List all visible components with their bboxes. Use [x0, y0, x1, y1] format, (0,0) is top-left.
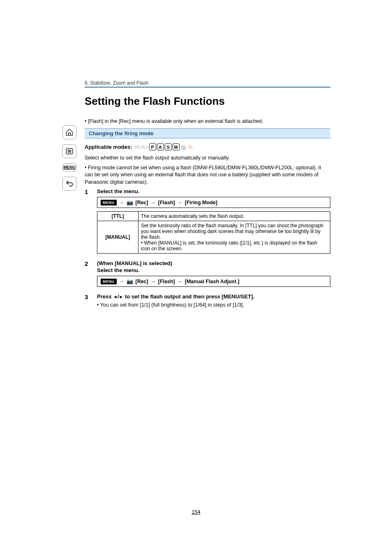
path-flash: [Flash] — [158, 200, 175, 205]
mode-movie-icon: 🎬 — [180, 144, 187, 150]
paragraph-2: • Firing mode cannot be set when using a… — [85, 164, 330, 186]
camera-icon: 📷 — [127, 278, 133, 284]
applicable-modes: Applicable modes: iA iA+ P A S M 🎬 🎨 — [85, 143, 330, 150]
step-number: 1 — [85, 188, 91, 257]
mode-ia-icon: iA — [135, 144, 140, 150]
path-rec: [Rec] — [136, 200, 148, 205]
options-table: [TTL] The camera automatically sets the … — [97, 211, 330, 254]
path-flash: [Flash] — [158, 279, 175, 284]
mode-s-icon: S — [165, 143, 172, 150]
arrow-icon: → — [151, 279, 156, 284]
option-manual-label: [MANUAL] — [97, 221, 138, 254]
arrow-icon: → — [119, 279, 124, 284]
step-number: 2 — [85, 260, 91, 290]
note-flash: • [Flash] in the [Rec] menu is available… — [85, 118, 330, 124]
step-3-sub: • You can set from [1/1] (full brightnes… — [97, 302, 330, 308]
back-icon[interactable] — [62, 177, 76, 191]
arrow-icon: → — [178, 200, 182, 205]
arrow-icon: → — [178, 279, 182, 284]
menu-icon: MENU — [101, 200, 117, 205]
step-3-title: Press / to set the flash output and then… — [97, 293, 330, 300]
camera-icon: 📷 — [127, 199, 133, 205]
mode-m-icon: M — [173, 143, 180, 150]
option-manual-desc: Set the luminosity ratio of the flash ma… — [138, 221, 330, 254]
page-title: Setting the Flash Functions — [85, 95, 330, 108]
arrow-icon: → — [151, 200, 156, 205]
path-manual-adjust: [Manual Flash Adjust.] — [185, 279, 240, 284]
menu-icon: MENU — [101, 279, 117, 284]
mode-palette-icon: 🎨 — [187, 144, 194, 150]
step-2-title-2: Select the menu. — [97, 267, 330, 273]
step-2-title-1: (When [MANUAL] is selected) — [97, 260, 330, 266]
step-number: 3 — [85, 293, 91, 308]
arrow-icon: → — [119, 200, 124, 205]
menu-button[interactable]: MENU — [62, 163, 76, 172]
toc-icon[interactable] — [62, 144, 76, 158]
menu-path-1: MENU → 📷 [Rec] → [Flash] → [Firing Mode] — [97, 197, 330, 208]
menu-path-2: MENU → 📷 [Rec] → [Flash] → [Manual Flash… — [97, 276, 330, 287]
right-arrow-icon — [119, 293, 124, 300]
mode-p-icon: P — [149, 143, 156, 150]
applicable-label: Applicable modes: — [85, 144, 132, 150]
subheading: Changing the firing mode — [85, 128, 330, 138]
mode-iaplus-icon: iA+ — [141, 144, 148, 150]
section-breadcrumb: 6. Stabilizer, Zoom and Flash — [85, 80, 330, 87]
left-arrow-icon — [113, 293, 118, 300]
home-icon[interactable] — [62, 125, 76, 139]
path-rec: [Rec] — [136, 279, 148, 284]
option-ttl-label: [TTL] — [97, 212, 138, 221]
table-row: [MANUAL] Set the luminosity ratio of the… — [97, 221, 330, 254]
table-row: [TTL] The camera automatically sets the … — [97, 212, 330, 221]
path-firing-mode: [Firing Mode] — [185, 200, 217, 205]
paragraph-1: Select whether to set the flash output a… — [85, 155, 330, 162]
option-ttl-desc: The camera automatically sets the flash … — [138, 212, 330, 221]
page-number: 154 — [0, 509, 392, 515]
mode-a-icon: A — [157, 143, 164, 150]
step-1-title: Select the menu. — [97, 188, 330, 194]
